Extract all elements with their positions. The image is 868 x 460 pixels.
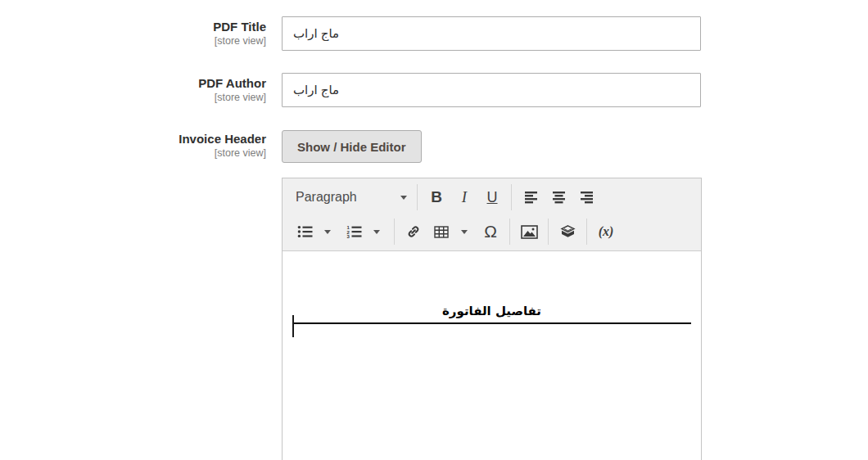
chevron-down-icon [400, 196, 407, 200]
toolbar-separator [509, 219, 510, 245]
insert-widget-button[interactable] [554, 218, 581, 246]
bullet-list-icon [297, 225, 313, 238]
editor-toolbar: Paragraph B I U [283, 178, 701, 251]
image-icon [521, 225, 538, 239]
format-select[interactable]: Paragraph [291, 183, 412, 211]
numbered-list-button[interactable]: 1 2 3 [340, 218, 368, 246]
toolbar-separator [417, 184, 418, 210]
format-select-label: Paragraph [296, 190, 357, 205]
align-center-button[interactable] [545, 183, 572, 211]
invoice-header-label-group: Invoice Header [store view] [0, 131, 266, 160]
table-menu-button[interactable] [455, 218, 473, 246]
pdf-title-label-group: PDF Title [store view] [0, 19, 266, 47]
table-icon [434, 226, 449, 238]
bullet-list-menu-button[interactable] [319, 218, 337, 246]
chevron-down-icon [461, 230, 468, 234]
insert-table-button[interactable] [427, 218, 455, 246]
insert-image-button[interactable] [515, 218, 543, 246]
insert-variable-button[interactable]: (x) [592, 218, 620, 246]
pdf-author-label-group: PDF Author [store view] [0, 75, 266, 104]
align-center-icon [552, 191, 566, 204]
pdf-title-scope: [store view] [0, 35, 266, 47]
pdf-title-input[interactable] [282, 16, 701, 51]
wysiwyg-editor: Paragraph B I U [282, 178, 702, 460]
omega-icon: Ω [484, 222, 497, 241]
toolbar-row-1: Paragraph B I U [283, 180, 701, 214]
widget-icon [560, 225, 576, 239]
variable-icon: (x) [599, 224, 614, 239]
link-icon [406, 224, 421, 239]
text-cursor [292, 315, 294, 337]
toolbar-separator [586, 219, 587, 245]
bold-button[interactable]: B [423, 183, 450, 211]
numbered-list-menu-button[interactable] [368, 218, 386, 246]
invoice-details-heading: تفاصيل الفاتورة [292, 302, 691, 324]
chevron-down-icon [373, 230, 380, 234]
toolbar-separator [394, 219, 395, 245]
align-right-icon [580, 191, 594, 204]
align-left-button[interactable] [517, 183, 545, 211]
insert-link-button[interactable] [400, 218, 427, 246]
show-hide-editor-button[interactable]: Show / Hide Editor [282, 130, 422, 163]
editor-content-area[interactable]: تفاصيل الفاتورة [283, 302, 701, 460]
align-right-button[interactable] [572, 183, 600, 211]
invoice-header-scope: [store view] [0, 147, 266, 160]
chevron-down-icon [324, 230, 331, 234]
toolbar-separator [511, 184, 512, 210]
special-character-button[interactable]: Ω [477, 218, 504, 246]
pdf-author-label: PDF Author [0, 75, 266, 91]
pdf-author-input[interactable] [282, 73, 701, 107]
svg-text:3: 3 [346, 234, 350, 238]
toolbar-row-2: 1 2 3 [283, 214, 701, 249]
numbered-list-icon: 1 2 3 [346, 225, 362, 238]
toolbar-separator [548, 219, 549, 245]
bullet-list-button[interactable] [291, 218, 319, 246]
align-left-icon [524, 191, 538, 204]
pdf-settings-form: PDF Title [store view] PDF Author [store… [0, 0, 868, 460]
pdf-title-label: PDF Title [0, 19, 266, 34]
underline-button[interactable]: U [478, 183, 506, 211]
italic-button[interactable]: I [450, 183, 478, 211]
pdf-author-scope: [store view] [0, 92, 266, 104]
invoice-header-label: Invoice Header [0, 131, 266, 147]
